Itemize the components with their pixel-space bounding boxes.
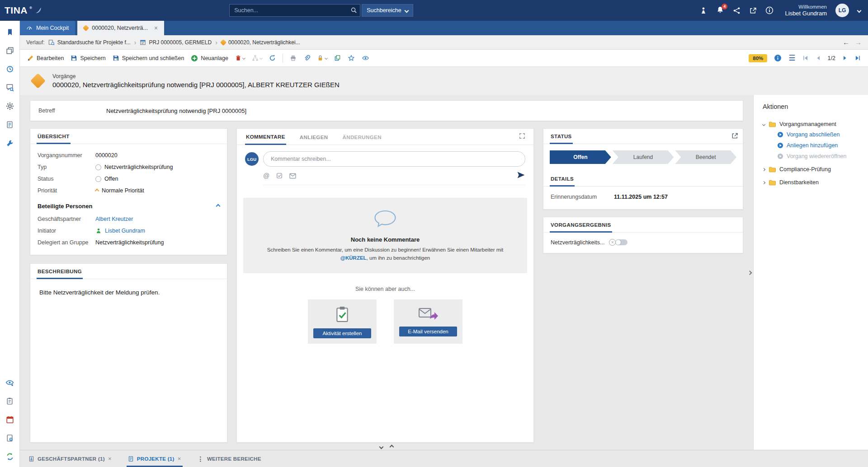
clear-value-icon[interactable]: × [609, 239, 616, 246]
tab-record[interactable]: 0000020, Netzverträ... × [77, 21, 164, 35]
tab-mein-cockpit[interactable]: Mein Cockpit [20, 21, 75, 35]
collapse-up-icon[interactable] [390, 445, 394, 449]
initiator-link[interactable]: Lisbet Gundram [105, 228, 145, 234]
notifications-button[interactable]: 4 [716, 6, 724, 15]
chevron-down-icon [242, 56, 245, 60]
radio-icon[interactable] [95, 164, 101, 170]
menu-icon[interactable]: ☰ [788, 54, 795, 62]
popout-edit-icon[interactable] [731, 132, 738, 140]
result-toggle[interactable]: × [609, 239, 627, 246]
create-activity-card: Aktivität erstellen [308, 299, 377, 344]
tab-weitere-bereiche[interactable]: ⋮ WEITERE BEREICHE [196, 450, 263, 467]
share-icon[interactable] [733, 7, 741, 14]
breadcrumb-item-vorgang[interactable]: 0000020, Netzverträglichkei... [221, 39, 300, 46]
expand-actions-panel-icon[interactable] [748, 269, 751, 276]
fullscreen-icon[interactable] [519, 133, 525, 140]
toggle-switch[interactable] [615, 239, 627, 245]
top-bar: TINA® Suchbereiche 4 Willkommen [0, 0, 868, 21]
breadcrumb-text: Standardsuche für Projekte f... [57, 39, 131, 46]
send-comment-button[interactable] [517, 171, 525, 180]
workflow-button[interactable] [252, 55, 262, 61]
edit-button[interactable]: Bearbeiten [27, 55, 64, 61]
action-vorgang-wiedereroeffnen[interactable]: Vorgang wiedereröffnen [777, 153, 859, 159]
action-group-vorgangsmanagement[interactable]: Vorgangsmanagement [763, 121, 859, 127]
settings-gear-icon[interactable] [4, 100, 16, 112]
reminder-value: 11.11.2025 um 12:57 [614, 194, 668, 200]
play-circle-icon [777, 142, 783, 149]
breadcrumb-item-project[interactable]: PRJ 0000005, GERMELD [140, 39, 212, 46]
save-close-button[interactable]: Speichern und schließen [113, 55, 184, 61]
delete-button[interactable] [235, 55, 245, 61]
breadcrumb-item-search[interactable]: Standardsuche für Projekte f... [48, 39, 131, 46]
duplicate-button[interactable] [334, 55, 341, 61]
print-button[interactable] [290, 55, 297, 61]
action-group-compliance[interactable]: Compliance-Prüfung [763, 166, 859, 173]
calendar-icon[interactable] [4, 414, 16, 425]
chevron-down-icon [325, 56, 328, 60]
tools-wrench-icon[interactable] [4, 137, 16, 149]
new-record-button[interactable]: Neuanlage [191, 55, 228, 62]
lock-button[interactable] [317, 55, 327, 61]
close-icon[interactable]: × [178, 455, 181, 462]
more-vertical-icon: ⋮ [198, 455, 204, 462]
sync-arrows-icon[interactable] [4, 451, 16, 462]
search-input[interactable] [229, 4, 360, 17]
action-group-dienstbarkeiten[interactable]: Dienstbarkeiten [763, 179, 859, 186]
user-menu-chevron-icon[interactable] [857, 8, 862, 13]
empty-text: Schreiben Sie einen Kommentar, um eine D… [259, 246, 512, 262]
collapse-down-icon[interactable] [379, 445, 384, 449]
tab-projekte[interactable]: PROJEKTE (1) × [127, 450, 183, 467]
task-icon[interactable] [276, 173, 283, 179]
watchlist-eye-icon[interactable] [4, 377, 16, 388]
history-icon[interactable] [4, 63, 16, 75]
tab-aenderungen[interactable]: ÄNDERUNGEN [341, 129, 382, 144]
report-document-icon[interactable] [4, 119, 16, 131]
bookmarks-icon[interactable] [4, 26, 16, 38]
info-icon[interactable] [765, 6, 774, 14]
search-icon[interactable] [350, 7, 357, 14]
favorite-button[interactable] [348, 55, 355, 61]
close-icon[interactable]: × [154, 24, 158, 32]
create-activity-button[interactable]: Aktivität erstellen [313, 328, 371, 338]
user-avatar[interactable]: LG [835, 4, 849, 17]
tab-anliegen[interactable]: ANLIEGEN [299, 129, 329, 144]
collapse-icon[interactable] [216, 204, 221, 209]
chess-piece-icon[interactable] [699, 6, 708, 14]
watch-button[interactable] [362, 55, 369, 61]
document-settings-icon[interactable] [4, 432, 16, 444]
save-button[interactable]: Speichern [71, 55, 105, 61]
mention-icon[interactable]: @ [263, 172, 269, 179]
refresh-button[interactable] [269, 55, 276, 61]
tab-geschaeftspartner[interactable]: GESCHÄFTSPARTNER (1) × [27, 450, 113, 467]
user-name: Lisbet Gundram [785, 10, 827, 17]
chat-search-icon[interactable] [4, 82, 16, 93]
tab-kommentare[interactable]: KOMMENTARE [245, 129, 286, 145]
persons-section-header[interactable]: Beteiligte Personen [30, 196, 227, 213]
actions-panel: Aktionen Vorgangsmanagement Vorgang absc… [753, 95, 868, 450]
history-forward-icon[interactable]: → [855, 38, 862, 46]
comments-panel: KOMMENTARE ANLIEGEN ÄNDERUNGEN L [236, 128, 534, 443]
previous-page-icon[interactable] [816, 55, 821, 61]
comment-input[interactable] [263, 151, 525, 167]
window-stack-icon[interactable] [4, 45, 16, 56]
notes-clipboard-icon[interactable] [4, 395, 16, 407]
last-page-icon[interactable] [854, 55, 861, 61]
next-page-icon[interactable] [842, 55, 848, 61]
info-circle-icon[interactable] [774, 54, 782, 62]
email-icon[interactable] [289, 173, 296, 179]
radio-icon[interactable] [95, 176, 101, 182]
zoom-badge[interactable]: 80% [749, 54, 767, 62]
partner-link[interactable]: Albert Kreutzer [95, 216, 133, 222]
send-email-button[interactable]: E-Mail versenden [399, 327, 457, 336]
first-page-icon[interactable] [802, 55, 809, 61]
attachment-button[interactable] [303, 55, 310, 61]
status-step-laufend[interactable]: Laufend [613, 150, 674, 164]
search-scope-dropdown[interactable]: Suchbereiche [362, 4, 413, 17]
action-anliegen-hinzufuegen[interactable]: Anliegen hinzufügen [777, 142, 859, 149]
history-back-icon[interactable]: ← [843, 38, 849, 46]
close-icon[interactable]: × [108, 455, 112, 462]
status-step-beendet[interactable]: Beendet [675, 150, 736, 164]
open-external-icon[interactable] [749, 7, 757, 14]
status-step-offen[interactable]: Offen [550, 150, 611, 164]
action-vorgang-abschliessen[interactable]: Vorgang abschließen [777, 131, 859, 138]
